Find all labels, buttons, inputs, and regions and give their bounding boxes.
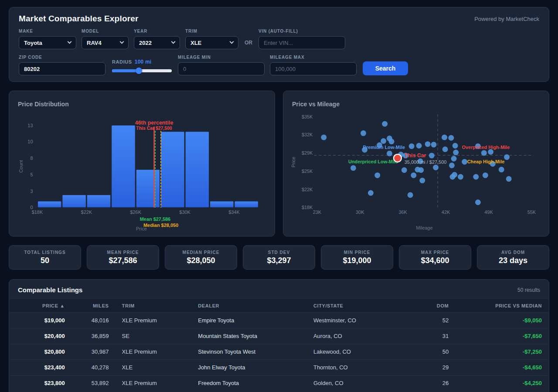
cell-city: Thornton, CO <box>303 360 425 375</box>
table-row[interactable]: $20,40036,859SEMountain States ToyotaAur… <box>9 328 549 344</box>
search-panel: Market Comparables Explorer Powered by M… <box>9 7 549 82</box>
histogram-bar <box>37 201 61 208</box>
make-select[interactable]: Toyota <box>19 36 76 49</box>
stat-label: MEAN PRICE <box>107 250 139 255</box>
mileage-min-input[interactable] <box>178 62 265 75</box>
stat-card-max-price: MAX PRICE$34,600 <box>399 245 471 270</box>
radius-label: RADIUS <box>112 59 132 64</box>
trim-select[interactable]: XLE <box>185 36 238 49</box>
comparable-listings-card: Comparable Listings 50 results PRICE ▲MI… <box>9 279 549 392</box>
cell-trim: XLE Premium <box>112 344 188 360</box>
y-tick-label: 5 <box>30 172 33 177</box>
x-axis-title: Price <box>136 226 147 231</box>
table-row[interactable]: $23,40040,278XLEJohn Elway ToyotaThornto… <box>9 360 549 375</box>
year-field: YEAR 2022 <box>134 29 180 49</box>
radius-slider-thumb[interactable] <box>136 68 142 74</box>
column-header-2[interactable]: TRIM <box>112 299 188 313</box>
scatter-point <box>448 135 454 141</box>
scatter-point <box>488 149 493 155</box>
cell-diff: -$4,250 <box>449 375 549 391</box>
column-header-1[interactable]: MILES <box>70 299 112 313</box>
scatter-point <box>481 150 487 156</box>
scatter-point <box>416 143 422 149</box>
scatter-point <box>449 162 455 168</box>
stat-card-total-listings: TOTAL LISTINGS50 <box>9 245 81 270</box>
histogram-bar <box>112 125 135 208</box>
chevron-down-icon <box>171 39 176 44</box>
cell-dealer: Empire Toyota <box>187 313 303 328</box>
stat-value: 23 days <box>499 256 527 265</box>
x-tick-label: 42K <box>442 210 450 215</box>
scatter-point <box>453 149 459 155</box>
column-header-4[interactable]: CITY/STATE <box>303 299 425 313</box>
this-car-label: This Car <box>405 152 426 159</box>
scatter-point <box>473 174 479 180</box>
x-tick-label: $30K <box>179 210 191 215</box>
scatter-point <box>419 178 425 183</box>
cell-price: $19,000 <box>9 313 70 328</box>
scatter-point <box>429 153 435 159</box>
stat-value: $34,600 <box>421 256 449 265</box>
column-header-6[interactable]: PRICE VS MEDIAN <box>449 299 549 313</box>
cell-dom: 31 <box>425 328 449 344</box>
y-tick-label: 13 <box>27 123 33 128</box>
histogram-bar <box>210 201 234 208</box>
vin-label: VIN (AUTO-FILL) <box>259 29 345 34</box>
trim-label: TRIM <box>185 29 238 34</box>
histogram-bar <box>136 169 160 207</box>
zip-field: ZIP CODE <box>19 55 105 75</box>
stat-card-mean-price: MEAN PRICE$27,586 <box>87 245 159 270</box>
cell-price: $23,800 <box>9 375 70 391</box>
summary-stats-row: TOTAL LISTINGS50MEAN PRICE$27,586MEDIAN … <box>9 245 549 270</box>
scatter-point <box>418 167 424 173</box>
y-tick-label: $29K <box>302 150 313 155</box>
listings-title: Comparable Listings <box>18 286 82 294</box>
scatter-point <box>442 146 448 152</box>
quadrant-label-tr: Overpriced High-Mile <box>462 145 510 150</box>
stat-card-avg-dom: AVG DOM23 days <box>477 245 549 270</box>
y-tick-label: 8 <box>30 155 33 161</box>
quadrant-label-tl: Premium Low-Mile <box>363 145 405 150</box>
scatter-point <box>483 172 488 178</box>
cell-trim: XLE <box>112 360 188 375</box>
scatter-point <box>458 174 463 180</box>
y-tick-label: $25K <box>302 169 313 174</box>
column-header-0[interactable]: PRICE ▲ <box>9 299 70 313</box>
zip-input[interactable] <box>19 62 105 75</box>
model-label: MODEL <box>82 29 129 34</box>
search-button[interactable]: Search <box>363 61 408 75</box>
table-row[interactable]: $19,00048,016XLE PremiumEmpire ToyotaWes… <box>9 313 549 328</box>
y-tick-label: $18K <box>302 205 313 210</box>
scatter-point <box>381 138 386 144</box>
y-axis-title: Count <box>18 160 24 172</box>
cell-dealer: Mountain States Toyota <box>187 328 303 344</box>
mileage-max-input[interactable] <box>270 62 357 75</box>
column-header-3[interactable]: DEALER <box>187 299 303 313</box>
stat-label: MAX PRICE <box>421 250 449 255</box>
model-select[interactable]: RAV4 <box>82 36 129 49</box>
trim-value: XLE <box>191 40 201 46</box>
chevron-down-icon <box>230 39 234 44</box>
chevron-down-icon <box>68 39 72 44</box>
x-axis-title: Mileage <box>416 225 432 230</box>
radius-slider-track[interactable] <box>112 69 172 72</box>
scatter-point <box>504 154 510 160</box>
histogram-bar <box>235 201 258 208</box>
chevron-down-icon <box>120 39 124 44</box>
radius-value: 100 mi <box>135 59 152 65</box>
scatter-point <box>401 167 407 173</box>
cell-dom: 29 <box>425 360 449 375</box>
or-separator: OR <box>244 40 253 49</box>
cell-diff: -$7,250 <box>449 344 549 360</box>
y-tick-label: $35K <box>302 114 313 119</box>
y-tick-label: $22K <box>302 187 313 192</box>
scatter-point <box>387 151 392 156</box>
column-header-5[interactable]: DOM <box>425 299 449 313</box>
vin-input[interactable] <box>259 36 345 49</box>
powered-by-label: Powered by MarketCheck <box>474 16 539 22</box>
year-select[interactable]: 2022 <box>134 36 180 49</box>
price-distribution-card: Price Distribution 03581013$18K$22K$26K$… <box>9 91 275 237</box>
table-row[interactable]: $23,80053,892XLE PremiumFreedom ToyotaGo… <box>9 375 549 391</box>
results-count: 50 results <box>517 287 540 293</box>
table-row[interactable]: $20,80030,987XLE PremiumStevinson Toyota… <box>9 344 549 360</box>
